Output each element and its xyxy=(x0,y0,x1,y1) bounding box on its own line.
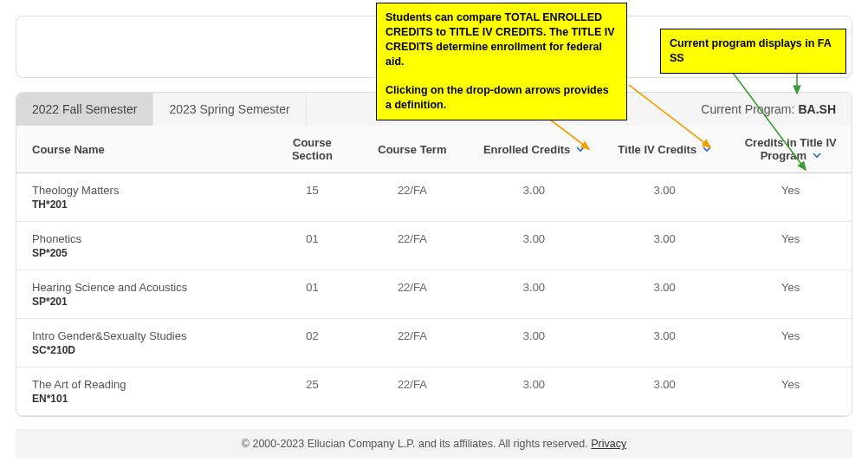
current-program-value: BA.SH xyxy=(798,102,836,116)
annotation-text: Current program displays in FA SS xyxy=(670,37,831,64)
tab-label: 2023 Spring Semester xyxy=(169,102,289,116)
cell-in-program: Yes xyxy=(729,319,852,368)
course-name: Phonetics xyxy=(32,232,260,245)
course-name: Theology Matters xyxy=(32,184,260,197)
tab-2022-fall[interactable]: 2022 Fall Semester xyxy=(16,93,153,126)
table-row: Intro Gender&Sexualty StudiesSC*210D0222… xyxy=(16,319,852,368)
col-label: Title IV Credits xyxy=(618,143,696,156)
annotation-callout-credits: Students can compare TOTAL ENROLLED CRED… xyxy=(376,3,627,120)
cell-section: 25 xyxy=(269,368,355,416)
cell-section: 01 xyxy=(269,222,355,270)
col-course-section: Course Section xyxy=(269,126,355,173)
annotation-text: Students can compare TOTAL ENROLLED CRED… xyxy=(385,10,618,69)
cell-enrolled: 3.00 xyxy=(469,368,599,416)
col-label: Course Name xyxy=(32,143,105,156)
course-code: SC*210D xyxy=(32,344,260,356)
cell-title-iv: 3.00 xyxy=(599,319,730,368)
col-label: Credits in Title IV Program xyxy=(745,136,837,162)
cell-course-name: The Art of ReadingEN*101 xyxy=(16,368,269,416)
cell-course-name: Hearing Science and AcousticsSP*201 xyxy=(16,270,269,319)
col-course-name: Course Name xyxy=(16,126,269,173)
cell-term: 22/FA xyxy=(356,319,470,368)
col-enrolled-credits[interactable]: Enrolled Credits xyxy=(469,126,599,173)
cell-enrolled: 3.00 xyxy=(469,270,599,319)
cell-title-iv: 3.00 xyxy=(599,368,730,416)
course-name: Intro Gender&Sexualty Studies xyxy=(32,329,260,342)
col-label: Course Term xyxy=(378,143,446,156)
cell-title-iv: 3.00 xyxy=(599,270,730,319)
current-program-label: Current Program: xyxy=(701,102,794,116)
cell-enrolled: 3.00 xyxy=(469,173,599,222)
cell-in-program: Yes xyxy=(729,368,852,416)
course-code: TH*201 xyxy=(32,198,260,211)
col-title-iv-credits[interactable]: Title IV Credits xyxy=(599,126,730,173)
cell-in-program: Yes xyxy=(729,270,852,319)
cell-in-program: Yes xyxy=(729,173,852,222)
term-panel: 2022 Fall Semester 2023 Spring Semester … xyxy=(16,92,852,417)
table-row: PhoneticsSP*2050122/FA3.003.00Yes xyxy=(16,222,852,270)
footer: © 2000-2023 Ellucian Company L.P. and it… xyxy=(16,429,852,459)
cell-enrolled: 3.00 xyxy=(469,222,599,270)
cell-section: 01 xyxy=(269,270,355,319)
chevron-down-icon[interactable] xyxy=(813,149,821,162)
cell-title-iv: 3.00 xyxy=(599,173,730,222)
cell-course-name: PhoneticsSP*205 xyxy=(16,222,269,270)
course-code: SP*201 xyxy=(32,296,260,308)
col-credits-in-program[interactable]: Credits in Title IV Program xyxy=(729,126,852,173)
cell-section: 02 xyxy=(269,319,355,368)
tab-label: 2022 Fall Semester xyxy=(32,102,137,116)
col-label: Enrolled Credits xyxy=(483,143,570,156)
cell-enrolled: 3.00 xyxy=(469,319,599,368)
chevron-down-icon[interactable] xyxy=(703,143,711,156)
cell-term: 22/FA xyxy=(356,368,470,416)
course-code: SP*205 xyxy=(32,247,260,259)
cell-course-name: Theology MattersTH*201 xyxy=(16,173,269,222)
copyright-text: © 2000-2023 Ellucian Company L.P. and it… xyxy=(242,438,588,450)
table-row: Theology MattersTH*2011522/FA3.003.00Yes xyxy=(16,173,852,222)
cell-in-program: Yes xyxy=(729,222,852,270)
cell-title-iv: 3.00 xyxy=(599,222,730,270)
col-label: Course Section xyxy=(292,136,333,162)
cell-term: 22/FA xyxy=(356,270,470,319)
annotation-callout-program: Current program displays in FA SS xyxy=(660,29,846,74)
cell-course-name: Intro Gender&Sexualty StudiesSC*210D xyxy=(16,319,269,368)
course-name: Hearing Science and Acoustics xyxy=(32,281,260,294)
chevron-down-icon[interactable] xyxy=(576,143,585,156)
col-course-term: Course Term xyxy=(356,126,470,173)
cell-term: 22/FA xyxy=(356,173,470,222)
cell-section: 15 xyxy=(269,173,355,222)
course-name: The Art of Reading xyxy=(32,378,260,391)
current-program: Current Program: BA.SH xyxy=(685,93,852,126)
privacy-link[interactable]: Privacy xyxy=(591,438,626,450)
table-row: Hearing Science and AcousticsSP*2010122/… xyxy=(16,270,852,319)
courses-table: Course Name Course Section Course Term E… xyxy=(16,126,852,416)
cell-term: 22/FA xyxy=(356,222,470,270)
annotation-text: Clicking on the drop-down arrows provide… xyxy=(385,83,618,113)
tab-2023-spring[interactable]: 2023 Spring Semester xyxy=(153,93,306,126)
course-code: EN*101 xyxy=(32,393,260,405)
table-row: The Art of ReadingEN*1012522/FA3.003.00Y… xyxy=(16,368,852,416)
